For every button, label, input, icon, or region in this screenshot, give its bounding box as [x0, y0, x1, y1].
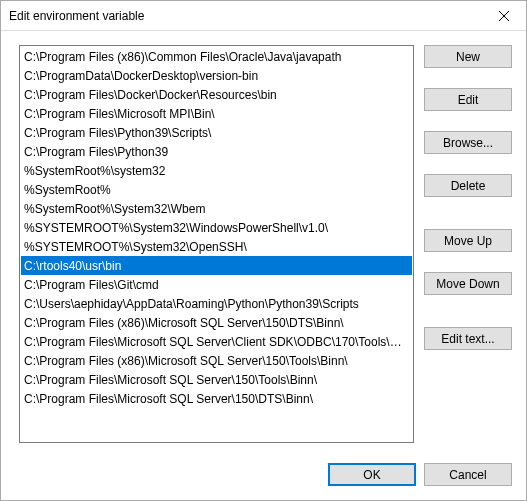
edit-button[interactable]: Edit — [424, 88, 512, 111]
list-item[interactable]: C:\Program Files (x86)\Microsoft SQL Ser… — [21, 351, 412, 370]
move-up-button[interactable]: Move Up — [424, 229, 512, 252]
edit-text-button[interactable]: Edit text... — [424, 327, 512, 350]
list-item[interactable]: C:\Program Files\Microsoft SQL Server\15… — [21, 370, 412, 389]
window-title: Edit environment variable — [9, 9, 144, 23]
titlebar: Edit environment variable — [1, 1, 526, 31]
list-item[interactable]: %SystemRoot% — [21, 180, 412, 199]
new-button[interactable]: New — [424, 45, 512, 68]
ok-button[interactable]: OK — [328, 463, 416, 486]
delete-button[interactable]: Delete — [424, 174, 512, 197]
list-item[interactable]: C:\Program Files (x86)\Common Files\Orac… — [21, 47, 412, 66]
list-item[interactable]: C:\rtools40\usr\bin — [21, 256, 412, 275]
footer: OK Cancel — [1, 451, 526, 500]
content-area: C:\Program Files (x86)\Common Files\Orac… — [1, 31, 526, 451]
list-item[interactable]: %SYSTEMROOT%\System32\OpenSSH\ — [21, 237, 412, 256]
list-item[interactable]: C:\Program Files\Microsoft MPI\Bin\ — [21, 104, 412, 123]
list-item[interactable]: %SystemRoot%\System32\Wbem — [21, 199, 412, 218]
list-item[interactable]: C:\Program Files\Python39\Scripts\ — [21, 123, 412, 142]
list-item[interactable]: %SystemRoot%\system32 — [21, 161, 412, 180]
list-item[interactable]: C:\ProgramData\DockerDesktop\version-bin — [21, 66, 412, 85]
close-icon — [499, 11, 509, 21]
browse-button[interactable]: Browse... — [424, 131, 512, 154]
list-item[interactable]: C:\Program Files (x86)\Microsoft SQL Ser… — [21, 313, 412, 332]
list-item[interactable]: %SYSTEMROOT%\System32\WindowsPowerShell\… — [21, 218, 412, 237]
path-listbox[interactable]: C:\Program Files (x86)\Common Files\Orac… — [19, 45, 414, 443]
list-item[interactable]: C:\Program Files\Microsoft SQL Server\Cl… — [21, 332, 412, 351]
list-item[interactable]: C:\Program Files\Docker\Docker\Resources… — [21, 85, 412, 104]
list-item[interactable]: C:\Program Files\Python39 — [21, 142, 412, 161]
cancel-button[interactable]: Cancel — [424, 463, 512, 486]
close-button[interactable] — [481, 1, 526, 31]
move-down-button[interactable]: Move Down — [424, 272, 512, 295]
list-item[interactable]: C:\Users\aephiday\AppData\Roaming\Python… — [21, 294, 412, 313]
list-item[interactable]: C:\Program Files\Git\cmd — [21, 275, 412, 294]
list-item[interactable]: C:\Program Files\Microsoft SQL Server\15… — [21, 389, 412, 408]
side-buttons: New Edit Browse... Delete Move Up Move D… — [424, 45, 512, 443]
